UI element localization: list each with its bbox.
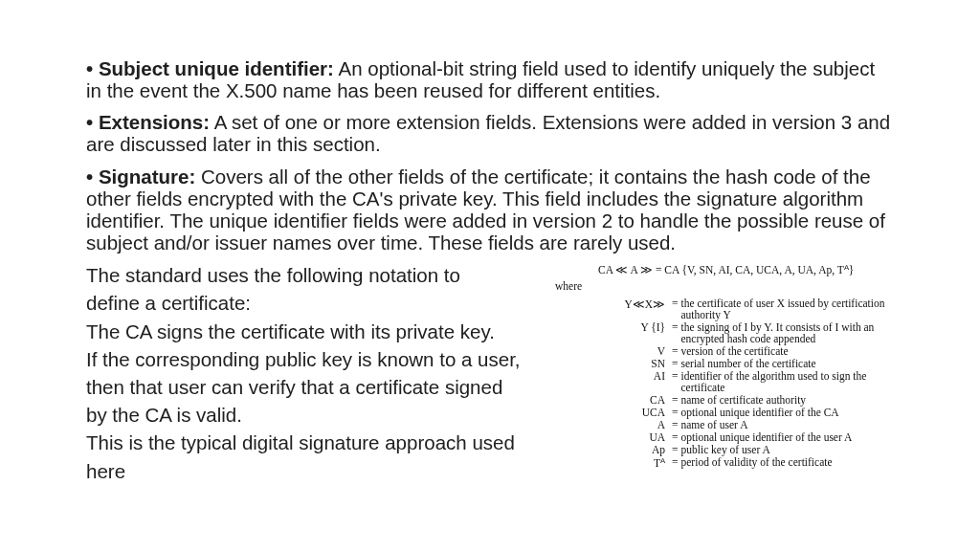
definition-text: optional unique identifier of the CA [681,407,895,418]
equals-sign: = [669,298,681,320]
definition-text: the signing of I by Y. It consists of I … [681,321,895,344]
definition-row: Ap=public key of user A [555,444,894,455]
definition-text: the certificate of user X issued by cert… [681,298,895,320]
definition-row: UA=optional unique identifier of the use… [555,431,894,443]
bullet-dot: • [86,111,99,133]
bullet-term: Extensions: [99,111,210,133]
equals-sign: = [669,444,681,455]
definition-symbol: Ap [555,444,669,455]
definition-text: name of certificate authority [681,394,895,406]
definition-text: period of validity of the certificate [681,456,895,470]
lower-row: The standard uses the following notation… [86,263,894,487]
bullet-item: • Subject unique identifier: An optional… [86,57,894,101]
bullet-text: Covers all of the other fields of the ce… [86,165,885,253]
definitions-list: Y≪X≫=the certificate of user X issued by… [555,298,894,470]
bullet-item: • Extensions: A set of one or more exten… [86,111,894,155]
definition-symbol: UA [555,431,669,443]
formula-right: CA {V, SN, AI, CA, UCA, A, UA, Ap, Tᴬ} [661,264,854,276]
definition-symbol: Y≪X≫ [555,298,669,320]
formula-left: CA ≪ A ≫ [598,264,656,276]
definition-row: UCA=optional unique identifier of the CA [555,407,894,418]
bullet-term: Signature: [99,165,195,187]
body-line: then that user can verify that a certifi… [86,375,536,399]
definition-symbol: SN [555,358,669,369]
equals-sign: = [669,321,681,344]
definition-symbol: A [555,419,669,430]
definition-row: Y≪X≫=the certificate of user X issued by… [555,298,894,320]
bullet-item: • Signature: Covers all of the other fie… [86,165,894,254]
equals-sign: = [669,358,681,369]
definition-text: version of the certificate [681,345,895,357]
equals-sign: = [669,419,681,430]
equals-sign: = [669,370,681,393]
definition-symbol: AI [555,370,669,393]
bullet-dot: • [86,57,99,79]
definition-symbol: Tᴬ [555,456,669,470]
equals-sign: = [669,394,681,406]
definition-row: Y {I}=the signing of I by Y. It consists… [555,321,894,344]
body-line: If the corresponding public key is known… [86,347,536,371]
equals-sign: = [669,345,681,357]
slide-content: • Subject unique identifier: An optional… [0,0,980,487]
definition-symbol: CA [555,394,669,406]
definition-row: Tᴬ=period of validity of the certificate [555,456,894,470]
body-line: The CA signs the certificate with its pr… [86,320,536,343]
definition-text: serial number of the certificate [681,358,895,369]
body-line: The standard uses the following notation… [86,263,536,287]
definition-row: SN=serial number of the certificate [555,358,894,369]
definition-row: CA=name of certificate authority [555,394,894,406]
body-line: here [86,459,536,483]
definition-row: V=version of the certificate [555,345,894,357]
definition-text: optional unique identifier of the user A [681,431,895,443]
notation-block: CA ≪ A ≫ = CA {V, SN, AI, CA, UCA, A, UA… [536,263,894,487]
body-line: by the CA is valid. [86,403,536,427]
definition-text: name of user A [681,419,895,430]
body-line: define a certificate: [86,291,536,315]
definition-symbol: Y {I} [555,321,669,344]
bullet-dot: • [86,165,99,187]
body-line: This is the typical digital signature ap… [86,430,536,454]
bullet-term: Subject unique identifier: [99,57,334,79]
left-column: The standard uses the following notation… [86,263,536,487]
equals-sign: = [669,431,681,443]
definition-symbol: V [555,345,669,357]
definition-row: A=name of user A [555,419,894,430]
definition-symbol: UCA [555,407,669,418]
definition-row: AI=identifier of the algorithm used to s… [555,370,894,393]
definition-text: public key of user A [681,444,895,455]
formula: CA ≪ A ≫ = CA {V, SN, AI, CA, UCA, A, UA… [598,263,894,276]
definition-text: identifier of the algorithm used to sign… [681,370,895,393]
equals-sign: = [669,456,681,470]
where-label: where [555,280,894,292]
equals-sign: = [669,407,681,418]
